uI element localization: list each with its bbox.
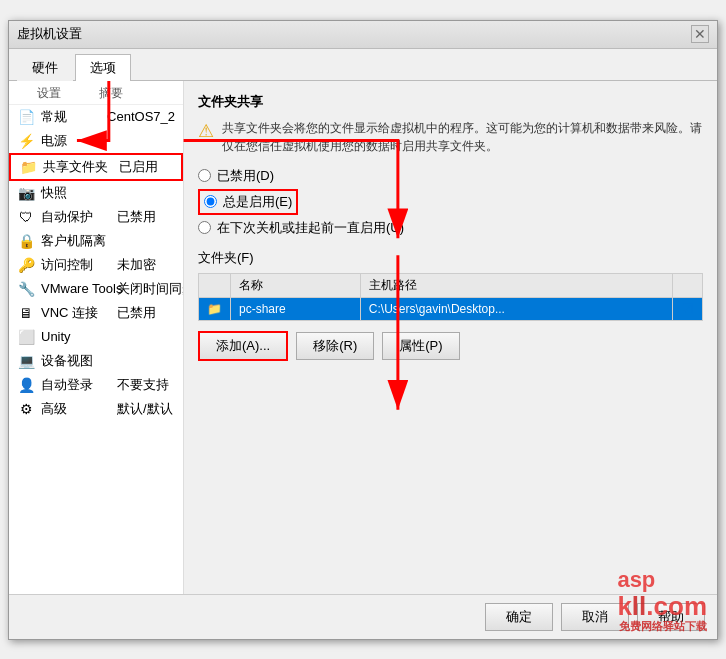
nav-label-autoprotect: 自动保护 (41, 208, 111, 226)
nav-label-snapshot: 快照 (41, 184, 111, 202)
autoprotect-icon: 🛡 (17, 208, 35, 226)
right-panel-title: 文件夹共享 (198, 93, 703, 111)
nav-summary-shared-folders: 已启用 (119, 158, 158, 176)
tab-bar: 硬件 选项 (9, 49, 717, 81)
nav-label-general: 常规 (41, 108, 101, 126)
unity-icon: ⬜ (17, 328, 35, 346)
device-view-icon: 💻 (17, 352, 35, 370)
close-button[interactable]: ✕ (691, 25, 709, 43)
access-control-icon: 🔑 (17, 256, 35, 274)
col-icon (199, 273, 231, 297)
watermark-line1: asp (617, 568, 707, 592)
tab-options[interactable]: 选项 (75, 54, 131, 81)
table-row[interactable]: 📁 pc-share C:\Users\gavin\Desktop... ☑ (199, 297, 703, 320)
radio-always-label: 总是启用(E) (223, 193, 292, 211)
nav-summary-advanced: 默认/默认 (117, 400, 173, 418)
left-panel: 设置 摘要 📄 常规 CentOS7_2 ⚡ 电源 📁 共享文件夹 (9, 81, 184, 594)
nav-item-autoprotect[interactable]: 🛡 自动保护 已禁用 (9, 205, 183, 229)
nav-summary-vmware-tools: 关闭时间同步 (117, 280, 184, 298)
autologin-icon: 👤 (17, 376, 35, 394)
shared-folders-icon: 📁 (19, 158, 37, 176)
add-button[interactable]: 添加(A)... (198, 331, 288, 361)
nav-label-device-view: 设备视图 (41, 352, 111, 370)
folder-table: 名称 主机路径 📁 pc-share C:\Users\gavin\Deskto… (198, 273, 703, 321)
col-name: 名称 (231, 273, 361, 297)
nav-label-power: 电源 (41, 132, 111, 150)
nav-item-advanced[interactable]: ⚙ 高级 默认/默认 (9, 397, 183, 421)
nav-summary-access-control: 未加密 (117, 256, 156, 274)
nav-item-guest-isolation[interactable]: 🔒 客户机隔离 (9, 229, 183, 253)
radio-disabled-input[interactable] (198, 169, 211, 182)
nav-summary-vnc: 已禁用 (117, 304, 156, 322)
vmware-tools-icon: 🔧 (17, 280, 35, 298)
radio-always-wrapper: 总是启用(E) (198, 189, 298, 215)
nav-summary-autoprotect: 已禁用 (117, 208, 156, 226)
row-icon-cell: 📁 (199, 297, 231, 320)
advanced-icon: ⚙ (17, 400, 35, 418)
nav-item-access-control[interactable]: 🔑 访问控制 未加密 (9, 253, 183, 277)
ok-button[interactable]: 确定 (485, 603, 553, 631)
nav-label-autologin: 自动登录 (41, 376, 111, 394)
radio-until-shutdown[interactable]: 在下次关机或挂起前一直启用(U) (198, 219, 703, 237)
watermark: asp kll.com 免费网络驿站下载 (617, 568, 707, 633)
col-check (673, 273, 703, 297)
nav-label-shared-folders: 共享文件夹 (43, 158, 113, 176)
general-icon: 📄 (17, 108, 35, 126)
warning-text: 共享文件夹会将您的文件显示给虚拟机中的程序。这可能为您的计算机和数据带来风险。请… (222, 119, 703, 155)
main-content: 设置 摘要 📄 常规 CentOS7_2 ⚡ 电源 📁 共享文件夹 (9, 81, 717, 594)
nav-item-vmware-tools[interactable]: 🔧 VMware Tools 关闭时间同步 (9, 277, 183, 301)
watermark-line2: kll.com (617, 592, 707, 621)
radio-until-shutdown-label: 在下次关机或挂起前一直启用(U) (217, 219, 404, 237)
row-check-cell[interactable]: ☑ (673, 297, 703, 320)
properties-button[interactable]: 属性(P) (382, 332, 459, 360)
nav-list: 📄 常规 CentOS7_2 ⚡ 电源 📁 共享文件夹 已启用 📷 快照 (9, 105, 183, 421)
radio-always[interactable]: 总是启用(E) (204, 193, 292, 211)
remove-button[interactable]: 移除(R) (296, 332, 374, 360)
radio-always-input[interactable] (204, 195, 217, 208)
dialog-title: 虚拟机设置 (17, 25, 82, 43)
vnc-icon: 🖥 (17, 304, 35, 322)
nav-label-access-control: 访问控制 (41, 256, 111, 274)
radio-disabled[interactable]: 已禁用(D) (198, 167, 703, 185)
main-dialog: 虚拟机设置 ✕ 硬件 选项 设置 摘要 📄 常规 CentOS7_2 (8, 20, 718, 640)
nav-summary-autologin: 不要支持 (117, 376, 169, 394)
nav-summary-general: CentOS7_2 (107, 109, 175, 124)
right-panel: 文件夹共享 ⚠ 共享文件夹会将您的文件显示给虚拟机中的程序。这可能为您的计算机和… (184, 81, 717, 594)
row-path-cell: C:\Users\gavin\Desktop... (360, 297, 672, 320)
warning-icon: ⚠ (198, 120, 214, 142)
col-path: 主机路径 (360, 273, 672, 297)
watermark-sub: 免费网络驿站下载 (617, 620, 707, 632)
snapshot-icon: 📷 (17, 184, 35, 202)
nav-item-general[interactable]: 📄 常规 CentOS7_2 (9, 105, 183, 129)
radio-group: 已禁用(D) 总是启用(E) 在下次关机或挂起前一直启用(U) (198, 167, 703, 237)
nav-item-snapshot[interactable]: 📷 快照 (9, 181, 183, 205)
nav-item-unity[interactable]: ⬜ Unity (9, 325, 183, 349)
folder-section-title: 文件夹(F) (198, 249, 703, 267)
nav-label-guest-isolation: 客户机隔离 (41, 232, 111, 250)
nav-label-vnc: VNC 连接 (41, 304, 111, 322)
col-summary: 摘要 (99, 85, 183, 102)
nav-item-shared-folders[interactable]: 📁 共享文件夹 已启用 (9, 153, 183, 181)
nav-item-vnc[interactable]: 🖥 VNC 连接 已禁用 (9, 301, 183, 325)
tab-hardware[interactable]: 硬件 (17, 54, 73, 81)
folder-row-icon: 📁 (207, 302, 222, 316)
row-name-cell: pc-share (231, 297, 361, 320)
nav-label-unity: Unity (41, 329, 111, 344)
nav-label-vmware-tools: VMware Tools (41, 281, 111, 296)
radio-disabled-label: 已禁用(D) (217, 167, 274, 185)
nav-item-device-view[interactable]: 💻 设备视图 (9, 349, 183, 373)
folder-section: 文件夹(F) 名称 主机路径 📁 pc-share (198, 249, 703, 361)
nav-item-autologin[interactable]: 👤 自动登录 不要支持 (9, 373, 183, 397)
warning-box: ⚠ 共享文件夹会将您的文件显示给虚拟机中的程序。这可能为您的计算机和数据带来风险… (198, 119, 703, 155)
checkbox-icon: ☑ (681, 301, 694, 317)
power-icon: ⚡ (17, 132, 35, 150)
col-settings: 设置 (9, 85, 99, 102)
nav-item-power[interactable]: ⚡ 电源 (9, 129, 183, 153)
action-buttons: 添加(A)... 移除(R) 属性(P) (198, 331, 703, 361)
dialog-footer: 确定 取消 帮助 (9, 594, 717, 639)
title-bar: 虚拟机设置 ✕ (9, 21, 717, 49)
nav-label-advanced: 高级 (41, 400, 111, 418)
radio-until-shutdown-input[interactable] (198, 221, 211, 234)
guest-isolation-icon: 🔒 (17, 232, 35, 250)
